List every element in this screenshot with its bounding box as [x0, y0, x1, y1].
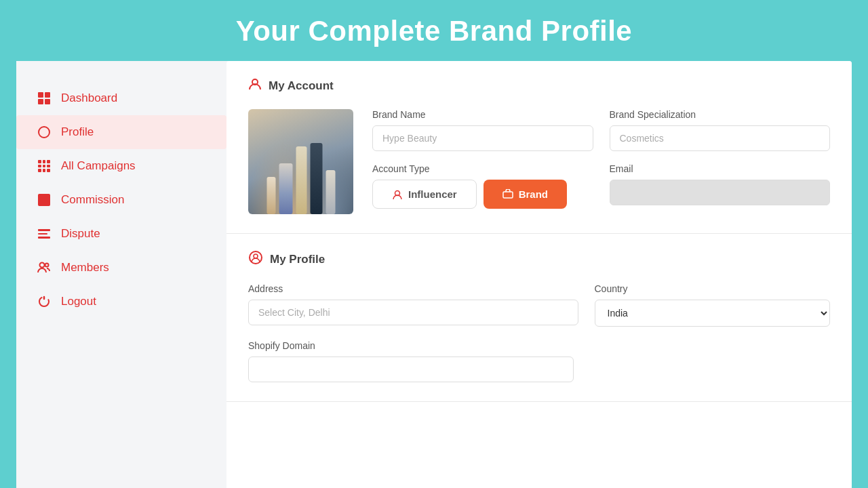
brand-name-input[interactable]: [372, 125, 593, 151]
profile-fields: Address Country India United States Unit…: [248, 283, 830, 382]
influencer-button[interactable]: Influencer: [372, 180, 477, 209]
shopify-domain-input[interactable]: [248, 357, 574, 382]
country-group: Country India United States United Kingd…: [595, 283, 831, 327]
account-type-label: Account Type: [372, 163, 593, 174]
influencer-label: Influencer: [408, 188, 457, 200]
commission-icon: [37, 192, 52, 207]
brand-button[interactable]: Brand: [484, 180, 567, 209]
specialization-input[interactable]: [610, 125, 831, 151]
sidebar-item-campaigns[interactable]: All Campaigns: [16, 149, 226, 183]
sidebar-label-commission: Commission: [61, 193, 125, 207]
email-input[interactable]: [610, 180, 831, 205]
my-profile-section: My Profile Address Country India United …: [226, 234, 852, 402]
sidebar-label-profile: Profile: [61, 125, 94, 139]
sidebar-label-members: Members: [61, 261, 109, 274]
specialization-group: Brand Specialization: [610, 109, 831, 151]
sidebar-item-profile[interactable]: Profile: [16, 115, 226, 149]
account-type-buttons: Influencer Brand: [372, 180, 593, 209]
profile-section-icon: [248, 250, 263, 268]
country-label: Country: [595, 283, 831, 294]
dashboard-icon: [37, 91, 52, 106]
svg-point-8: [254, 254, 258, 258]
sidebar-item-dispute[interactable]: Dispute: [16, 217, 226, 251]
bottle-5: [326, 170, 335, 214]
sidebar-label-campaigns: All Campaigns: [61, 159, 136, 173]
brand-image: [248, 109, 353, 214]
my-account-title: My Account: [269, 79, 334, 93]
sidebar-item-dashboard[interactable]: Dashboard: [16, 81, 226, 115]
account-row: Brand Name Brand Specialization Account …: [248, 109, 830, 214]
bottle-2: [279, 163, 292, 214]
account-icon: [248, 77, 262, 94]
svg-point-1: [45, 264, 49, 267]
sidebar: Dashboard Profile All Campaigns Commis: [16, 61, 226, 488]
bottle-3: [296, 146, 307, 214]
my-account-section: My Account Bra: [226, 61, 852, 234]
account-fields: Brand Name Brand Specialization Account …: [372, 109, 830, 209]
svg-rect-6: [503, 192, 513, 198]
my-profile-title: My Profile: [270, 253, 325, 266]
brand-name-group: Brand Name: [372, 109, 593, 151]
shopify-domain-label: Shopify Domain: [248, 340, 574, 351]
fields-row-2: Account Type Influencer: [372, 163, 830, 209]
shopify-domain-group: Shopify Domain: [248, 340, 574, 382]
sidebar-label-dispute: Dispute: [61, 227, 100, 241]
page-title: Your Complete Brand Profile: [0, 15, 868, 47]
email-group: Email: [610, 163, 831, 209]
logout-icon: [37, 294, 52, 309]
fields-row-1: Brand Name Brand Specialization: [372, 109, 830, 151]
my-profile-header: My Profile: [248, 250, 830, 268]
brand-icon: [502, 189, 513, 200]
dispute-icon: [37, 226, 52, 241]
address-label: Address: [248, 283, 578, 294]
profile-row-1: Address Country India United States Unit…: [248, 283, 830, 327]
profile-icon: [37, 125, 52, 140]
campaigns-icon: [37, 159, 52, 174]
specialization-label: Brand Specialization: [610, 109, 831, 120]
country-select[interactable]: India United States United Kingdom Austr…: [595, 300, 831, 327]
account-type-group: Account Type Influencer: [372, 163, 593, 209]
email-label: Email: [610, 163, 831, 174]
main-container: Dashboard Profile All Campaigns Commis: [16, 61, 852, 488]
brand-name-label: Brand Name: [372, 109, 593, 120]
address-input[interactable]: [248, 300, 578, 325]
content-area: My Account Bra: [226, 61, 852, 488]
profile-row-2: Shopify Domain: [248, 340, 830, 382]
my-account-header: My Account: [248, 77, 830, 94]
bottle-1: [267, 177, 275, 214]
sidebar-item-members[interactable]: Members: [16, 251, 226, 285]
sidebar-label-logout: Logout: [61, 295, 96, 308]
sidebar-label-dashboard: Dashboard: [61, 92, 117, 105]
sidebar-item-commission[interactable]: Commission: [16, 183, 226, 217]
address-group: Address: [248, 283, 578, 327]
brand-label: Brand: [519, 188, 548, 200]
members-icon: [37, 260, 52, 275]
bottle-group: [267, 143, 335, 214]
bottle-4: [310, 143, 322, 214]
svg-point-0: [40, 263, 45, 268]
sidebar-item-logout[interactable]: Logout: [16, 285, 226, 319]
influencer-icon: [392, 189, 403, 200]
page-header: Your Complete Brand Profile: [0, 0, 868, 61]
